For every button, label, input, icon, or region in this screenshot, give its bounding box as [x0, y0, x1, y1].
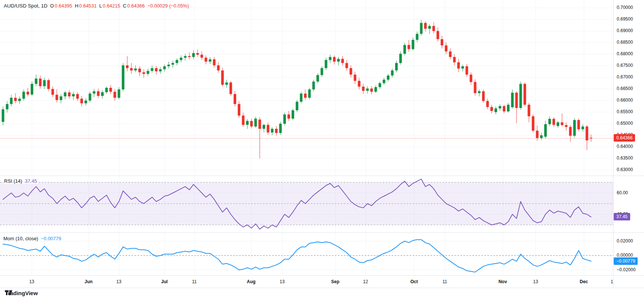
mom-legend[interactable]: Mom (10, close) −0.00779 — [3, 236, 61, 241]
mom-legend-title[interactable]: Mom (10, close) — [3, 236, 38, 241]
price-axis[interactable] — [613, 0, 644, 288]
rsi-legend-title[interactable]: RSI (14) — [4, 178, 22, 184]
symbol-title[interactable]: AUD/USD Spot, 1D — [4, 3, 47, 9]
ohlc-open: O 0.64395 — [50, 3, 72, 9]
ohlc-low: L 0.64215 — [99, 3, 120, 9]
time-axis[interactable] — [0, 275, 613, 288]
pane-separators — [0, 0, 644, 288]
tradingview-logo-icon — [5, 290, 13, 296]
candlestick-series — [2, 20, 592, 158]
ohlc-close: C 0.64366 — [123, 3, 145, 9]
tradingview-logo[interactable]: TradingView — [5, 290, 38, 296]
tradingview-chart-window: 0.700000.695000.690000.685000.680000.675… — [0, 0, 644, 300]
vertical-gridlines — [32, 0, 612, 275]
horizontal-gridlines — [0, 8, 613, 270]
symbol-legend[interactable]: AUD/USD Spot, 1D O 0.64395 H 0.64531 L 0… — [4, 3, 189, 9]
chart-canvas[interactable]: 0.700000.695000.690000.685000.680000.675… — [0, 0, 644, 300]
rsi-legend[interactable]: RSI (14) 37.45 — [3, 178, 38, 184]
rsi-legend-value: 37.45 — [25, 178, 37, 184]
mom-legend-value: −0.00779 — [41, 236, 61, 241]
price-change: −0.00029 (−0.05%) — [147, 3, 189, 9]
ohlc-high: H 0.64531 — [75, 3, 96, 9]
